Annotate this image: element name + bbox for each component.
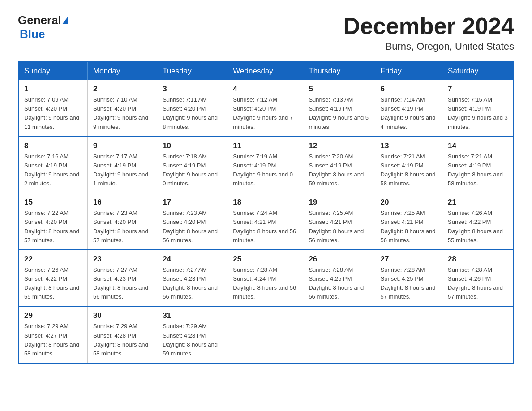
calendar-week-row: 29 Sunrise: 7:29 AMSunset: 4:27 PMDaylig… — [18, 306, 514, 363]
day-info: Sunrise: 7:29 AMSunset: 4:28 PMDaylight:… — [93, 323, 148, 356]
day-info: Sunrise: 7:28 AMSunset: 4:25 PMDaylight:… — [309, 266, 364, 300]
day-number: 31 — [163, 311, 222, 320]
day-number: 5 — [309, 85, 369, 94]
table-row: 13 Sunrise: 7:21 AMSunset: 4:19 PMDaylig… — [375, 137, 442, 193]
day-number: 4 — [233, 85, 297, 94]
day-info: Sunrise: 7:22 AMSunset: 4:20 PMDaylight:… — [24, 210, 79, 243]
table-row — [442, 306, 514, 363]
col-sunday: Sunday — [18, 62, 87, 80]
day-info: Sunrise: 7:21 AMSunset: 4:19 PMDaylight:… — [448, 153, 503, 187]
day-number: 2 — [93, 85, 151, 94]
day-number: 22 — [24, 255, 82, 264]
table-row: 20 Sunrise: 7:25 AMSunset: 4:21 PMDaylig… — [375, 193, 442, 250]
day-info: Sunrise: 7:25 AMSunset: 4:21 PMDaylight:… — [381, 210, 436, 243]
table-row: 10 Sunrise: 7:18 AMSunset: 4:19 PMDaylig… — [157, 137, 227, 193]
day-number: 12 — [309, 141, 369, 150]
day-number: 1 — [24, 85, 82, 94]
logo-triangle-icon — [62, 17, 68, 24]
day-info: Sunrise: 7:27 AMSunset: 4:23 PMDaylight:… — [93, 266, 148, 300]
table-row: 28 Sunrise: 7:28 AMSunset: 4:26 PMDaylig… — [442, 250, 514, 307]
day-info: Sunrise: 7:16 AMSunset: 4:19 PMDaylight:… — [24, 153, 79, 187]
day-number: 7 — [448, 85, 508, 94]
logo-general: General — [18, 13, 61, 27]
table-row — [227, 306, 303, 363]
day-info: Sunrise: 7:09 AMSunset: 4:20 PMDaylight:… — [24, 96, 79, 130]
day-info: Sunrise: 7:29 AMSunset: 4:27 PMDaylight:… — [24, 323, 79, 356]
calendar-week-row: 15 Sunrise: 7:22 AMSunset: 4:20 PMDaylig… — [18, 193, 514, 250]
day-info: Sunrise: 7:28 AMSunset: 4:24 PMDaylight:… — [233, 266, 296, 300]
day-number: 23 — [93, 255, 151, 264]
day-info: Sunrise: 7:10 AMSunset: 4:20 PMDaylight:… — [93, 96, 148, 130]
table-row: 6 Sunrise: 7:14 AMSunset: 4:19 PMDayligh… — [375, 80, 442, 137]
table-row: 30 Sunrise: 7:29 AMSunset: 4:28 PMDaylig… — [87, 306, 157, 363]
table-row — [375, 306, 442, 363]
table-row: 5 Sunrise: 7:13 AMSunset: 4:19 PMDayligh… — [303, 80, 375, 137]
table-row: 23 Sunrise: 7:27 AMSunset: 4:23 PMDaylig… — [87, 250, 157, 307]
day-number: 29 — [24, 311, 82, 320]
day-info: Sunrise: 7:19 AMSunset: 4:19 PMDaylight:… — [233, 153, 293, 187]
day-info: Sunrise: 7:24 AMSunset: 4:21 PMDaylight:… — [233, 210, 296, 243]
table-row: 17 Sunrise: 7:23 AMSunset: 4:20 PMDaylig… — [157, 193, 227, 250]
day-info: Sunrise: 7:15 AMSunset: 4:19 PMDaylight:… — [448, 96, 508, 130]
col-saturday: Saturday — [442, 62, 514, 80]
table-row: 26 Sunrise: 7:28 AMSunset: 4:25 PMDaylig… — [303, 250, 375, 307]
table-row: 29 Sunrise: 7:29 AMSunset: 4:27 PMDaylig… — [18, 306, 87, 363]
day-info: Sunrise: 7:23 AMSunset: 4:20 PMDaylight:… — [163, 210, 218, 243]
col-friday: Friday — [375, 62, 442, 80]
day-number: 3 — [163, 85, 222, 94]
table-row: 9 Sunrise: 7:17 AMSunset: 4:19 PMDayligh… — [87, 137, 157, 193]
calendar-header-row: Sunday Monday Tuesday Wednesday Thursday… — [18, 62, 514, 80]
table-row: 21 Sunrise: 7:26 AMSunset: 4:22 PMDaylig… — [442, 193, 514, 250]
table-row: 14 Sunrise: 7:21 AMSunset: 4:19 PMDaylig… — [442, 137, 514, 193]
day-info: Sunrise: 7:18 AMSunset: 4:19 PMDaylight:… — [163, 153, 218, 187]
day-info: Sunrise: 7:26 AMSunset: 4:22 PMDaylight:… — [24, 266, 79, 300]
col-thursday: Thursday — [303, 62, 375, 80]
day-info: Sunrise: 7:12 AMSunset: 4:20 PMDaylight:… — [233, 96, 293, 130]
day-info: Sunrise: 7:29 AMSunset: 4:28 PMDaylight:… — [163, 323, 218, 356]
day-number: 6 — [381, 85, 437, 94]
table-row: 19 Sunrise: 7:25 AMSunset: 4:21 PMDaylig… — [303, 193, 375, 250]
day-number: 27 — [381, 255, 437, 264]
day-info: Sunrise: 7:28 AMSunset: 4:26 PMDaylight:… — [448, 266, 503, 300]
day-info: Sunrise: 7:17 AMSunset: 4:19 PMDaylight:… — [93, 153, 148, 187]
logo: General Blue — [18, 13, 68, 41]
table-row: 2 Sunrise: 7:10 AMSunset: 4:20 PMDayligh… — [87, 80, 157, 137]
day-info: Sunrise: 7:27 AMSunset: 4:23 PMDaylight:… — [163, 266, 218, 300]
day-number: 14 — [448, 141, 508, 150]
col-wednesday: Wednesday — [227, 62, 303, 80]
table-row: 8 Sunrise: 7:16 AMSunset: 4:19 PMDayligh… — [18, 137, 87, 193]
day-number: 21 — [448, 198, 508, 207]
day-number: 13 — [381, 141, 437, 150]
table-row: 1 Sunrise: 7:09 AMSunset: 4:20 PMDayligh… — [18, 80, 87, 137]
day-number: 15 — [24, 198, 82, 207]
day-info: Sunrise: 7:26 AMSunset: 4:22 PMDaylight:… — [448, 210, 503, 243]
table-row: 12 Sunrise: 7:20 AMSunset: 4:19 PMDaylig… — [303, 137, 375, 193]
table-row — [303, 306, 375, 363]
table-row: 22 Sunrise: 7:26 AMSunset: 4:22 PMDaylig… — [18, 250, 87, 307]
day-info: Sunrise: 7:14 AMSunset: 4:19 PMDaylight:… — [381, 96, 436, 130]
table-row: 4 Sunrise: 7:12 AMSunset: 4:20 PMDayligh… — [227, 80, 303, 137]
day-number: 11 — [233, 141, 297, 150]
day-number: 18 — [233, 198, 297, 207]
day-info: Sunrise: 7:23 AMSunset: 4:20 PMDaylight:… — [93, 210, 148, 243]
page-header: General Blue December 2024 Burns, Oregon… — [18, 13, 514, 52]
day-number: 9 — [93, 141, 151, 150]
calendar-week-row: 8 Sunrise: 7:16 AMSunset: 4:19 PMDayligh… — [18, 137, 514, 193]
day-info: Sunrise: 7:28 AMSunset: 4:25 PMDaylight:… — [381, 266, 436, 300]
table-row: 18 Sunrise: 7:24 AMSunset: 4:21 PMDaylig… — [227, 193, 303, 250]
col-tuesday: Tuesday — [157, 62, 227, 80]
calendar-subtitle: Burns, Oregon, United States — [343, 41, 514, 52]
day-number: 25 — [233, 255, 297, 264]
day-info: Sunrise: 7:25 AMSunset: 4:21 PMDaylight:… — [309, 210, 364, 243]
day-number: 26 — [309, 255, 369, 264]
calendar-week-row: 1 Sunrise: 7:09 AMSunset: 4:20 PMDayligh… — [18, 80, 514, 137]
logo-blue: Blue — [20, 27, 45, 41]
day-number: 8 — [24, 141, 82, 150]
table-row: 11 Sunrise: 7:19 AMSunset: 4:19 PMDaylig… — [227, 137, 303, 193]
table-row: 24 Sunrise: 7:27 AMSunset: 4:23 PMDaylig… — [157, 250, 227, 307]
col-monday: Monday — [87, 62, 157, 80]
title-area: December 2024 Burns, Oregon, United Stat… — [343, 13, 514, 52]
calendar-title: December 2024 — [343, 13, 514, 39]
day-number: 10 — [163, 141, 222, 150]
table-row: 16 Sunrise: 7:23 AMSunset: 4:20 PMDaylig… — [87, 193, 157, 250]
